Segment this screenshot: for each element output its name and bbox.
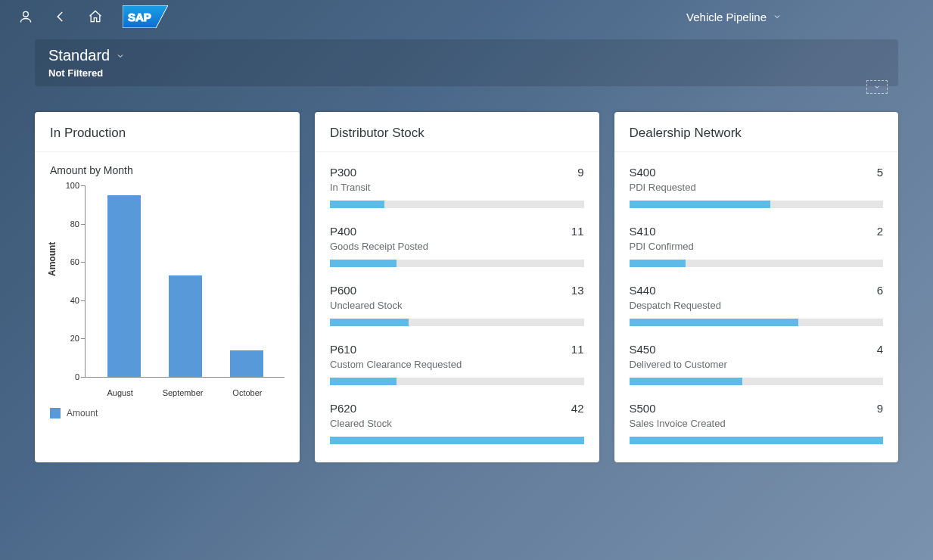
y-tick-label: 100 [58,181,79,190]
filter-status: Not Filtered [48,67,885,79]
item-value: 6 [877,284,883,297]
svg-text:SAP: SAP [128,11,151,23]
user-icon[interactable] [12,3,39,30]
y-tick-label: 20 [58,334,79,343]
item-description: PDI Requested [630,182,884,193]
back-button[interactable] [47,3,74,30]
x-tick-label: October [232,388,262,397]
item-value: 13 [571,284,584,297]
list-item[interactable]: P3009In Transit [315,157,599,216]
item-value: 2 [877,225,883,238]
item-description: Cleared Stock [330,418,584,429]
chart-bar[interactable] [107,195,141,377]
expand-filter-button[interactable] [866,80,888,94]
y-axis-label: Amount [47,242,58,276]
progress-bar [330,319,584,326]
item-description: Despatch Requested [630,300,884,311]
item-description: Sales Invoice Created [630,418,884,429]
item-value: 11 [571,225,584,238]
chart-subtitle: Amount by Month [50,164,285,176]
y-tick-label: 0 [58,372,79,381]
y-tick-label: 80 [58,219,79,229]
chevron-down-icon [872,83,882,91]
card-dealership-network: Dealership Network S4005PDI RequestedS41… [614,112,899,462]
progress-bar [630,260,884,267]
progress-bar [630,201,884,208]
legend-swatch [50,408,61,418]
item-code: S450 [630,343,656,356]
list-item[interactable]: S4504Delivered to Customer [614,334,899,393]
variant-name: Standard [48,47,110,64]
item-code: S440 [630,284,656,297]
item-description: Delivered to Customer [630,359,884,370]
list-item[interactable]: P62042Cleared Stock [315,393,599,452]
item-description: PDI Confirmed [630,241,884,252]
progress-bar [330,260,584,267]
item-value: 4 [877,343,883,356]
card-title: In Production [35,112,300,152]
progress-bar [330,437,584,444]
chevron-down-icon [116,51,125,61]
shell-header: SAP Vehicle Pipeline [0,0,933,33]
list-item[interactable]: S4406Despatch Requested [614,275,899,334]
item-value: 42 [571,402,584,415]
chart-legend: Amount [50,408,285,418]
item-value: 9 [877,402,883,415]
card-distributor-stock: Distributor Stock P3009In TransitP40011G… [315,112,599,462]
home-icon[interactable] [82,3,109,30]
item-description: Custom Clearance Requested [330,359,584,370]
page-title: Vehicle Pipeline [686,11,767,23]
progress-bar [630,378,884,385]
item-code: P610 [330,343,356,356]
list-item[interactable]: S4102PDI Confirmed [614,216,899,275]
progress-bar [630,437,884,444]
item-code: S410 [630,225,656,238]
item-code: S400 [630,166,656,179]
bar-chart[interactable]: 020406080100 [85,185,285,378]
legend-label: Amount [67,408,98,418]
chevron-down-icon [773,12,782,21]
item-description: Goods Receipt Posted [330,241,584,252]
list-item[interactable]: S4005PDI Requested [614,157,899,216]
item-code: P300 [330,166,356,179]
progress-bar [330,378,584,385]
list-item[interactable]: P40011Goods Receipt Posted [315,216,599,275]
sap-logo: SAP [123,5,168,28]
y-tick-label: 40 [58,296,79,305]
chart-area: Amount by Month Amount 020406080100 Augu… [35,152,300,434]
svg-point-0 [23,11,29,17]
item-code: S500 [630,402,656,415]
list-item[interactable]: P61011Custom Clearance Requested [315,334,599,393]
x-tick-label: August [107,388,132,397]
content-area: In Production Amount by Month Amount 020… [0,86,933,478]
page-title-dropdown[interactable]: Vehicle Pipeline [686,11,782,23]
chart-bar[interactable] [230,350,263,377]
progress-bar [330,201,584,208]
item-code: P600 [330,284,356,297]
item-code: P620 [330,402,356,415]
variant-selector[interactable]: Standard [48,47,885,64]
item-value: 11 [571,343,584,356]
item-description: In Transit [330,182,584,193]
item-description: Uncleared Stock [330,300,584,311]
x-tick-label: September [163,388,204,397]
card-title: Dealership Network [614,112,899,152]
list-item[interactable]: S5009Sales Invoice Created [614,393,899,452]
card-title: Distributor Stock [315,112,599,152]
progress-bar [630,319,884,326]
item-value: 5 [877,166,883,179]
card-in-production: In Production Amount by Month Amount 020… [35,112,300,462]
list-item[interactable]: P60013Uncleared Stock [315,275,599,334]
y-tick-label: 60 [58,257,79,266]
item-value: 9 [577,166,583,179]
filter-bar: Standard Not Filtered [35,39,898,86]
chart-bar[interactable] [169,275,202,377]
item-code: P400 [330,225,356,238]
